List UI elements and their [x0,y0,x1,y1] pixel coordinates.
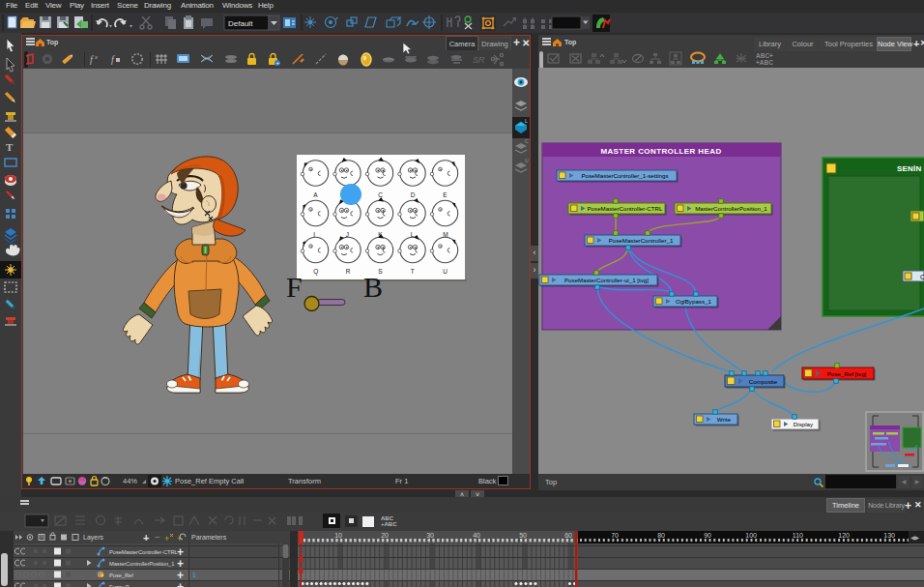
svg-text:L: L [525,118,528,124]
svg-text:120: 120 [838,532,850,539]
svg-text:+: + [275,60,279,66]
svg-text:Parameters: Parameters [191,534,227,541]
svg-text:50: 50 [519,532,527,539]
svg-text:+: + [177,580,184,587]
svg-text:SENİN K: SENİN K [897,164,924,173]
svg-text:Composite: Composite [749,378,778,385]
svg-text:T: T [411,268,415,275]
svg-text:C: C [378,191,383,198]
svg-text:SR: SR [473,55,485,65]
svg-text:ABC+: ABC+ [756,52,773,59]
svg-text:Pose_Ref [tvg]: Pose_Ref [tvg] [827,370,867,377]
svg-text:70: 70 [611,532,619,539]
svg-text:MasterControllerPosition_1: MasterControllerPosition_1 [695,205,767,212]
svg-text:44%: 44% [123,477,137,485]
svg-text:C: C [525,138,529,144]
svg-text:E: E [443,191,448,198]
svg-text:130: 130 [883,532,895,539]
svg-text:C: C [920,274,924,280]
svg-text:A: A [313,191,318,198]
svg-text:110: 110 [793,532,803,539]
svg-text:PoseMasterController_1: PoseMasterController_1 [609,237,674,244]
svg-text:T: T [6,141,14,153]
svg-text:+ABC: +ABC [381,521,397,527]
svg-text:MasterControllerPosition_1: MasterControllerPosition_1 [109,561,174,567]
svg-text:−: − [155,532,160,543]
svg-text:PoseMasterController-CTRL: PoseMasterController-CTRL [109,549,179,555]
svg-text:f: f [90,54,94,65]
svg-text:+: + [177,534,182,543]
svg-text:◀▶: ◀▶ [910,535,920,541]
svg-text:+ABC: +ABC [756,59,773,66]
svg-text:100: 100 [745,532,757,539]
svg-text:PoseMasterController_1-setting: PoseMasterController_1-settings [581,172,668,179]
svg-text:Write: Write [717,416,732,423]
svg-text:+: + [143,532,149,543]
svg-text:+: + [164,534,169,543]
svg-text:OglBypass_1: OglBypass_1 [676,298,711,305]
svg-text:U: U [443,268,448,275]
svg-text:1: 1 [192,572,196,578]
svg-text:D: D [411,191,416,198]
svg-text:PoseMasterController-ui_1 [tv: PoseMasterController-ui_1 [tvg] [564,277,649,283]
svg-text:80: 80 [657,532,665,539]
svg-text:R: R [346,268,351,275]
svg-text:Default: Default [228,19,253,28]
svg-text:U: U [525,158,529,163]
svg-text:40: 40 [473,532,480,539]
svg-text:PoseMasterController-CTRL: PoseMasterController-CTRL [587,205,663,212]
svg-text:10: 10 [334,532,342,539]
svg-text:20: 20 [381,532,389,539]
svg-text:Pose_Ref: Pose_Ref [109,572,133,578]
svg-text:30: 30 [426,532,434,539]
svg-text:x: x [94,54,99,60]
svg-text:Display: Display [794,421,814,427]
svg-text:MASTER CONTROLLER HEAD: MASTER CONTROLLER HEAD [600,147,721,156]
svg-text:f: f [111,54,115,65]
svg-text:60: 60 [564,532,572,539]
svg-text:90: 90 [704,532,711,539]
svg-text:Layers: Layers [83,534,104,542]
svg-text:Q: Q [313,268,318,276]
